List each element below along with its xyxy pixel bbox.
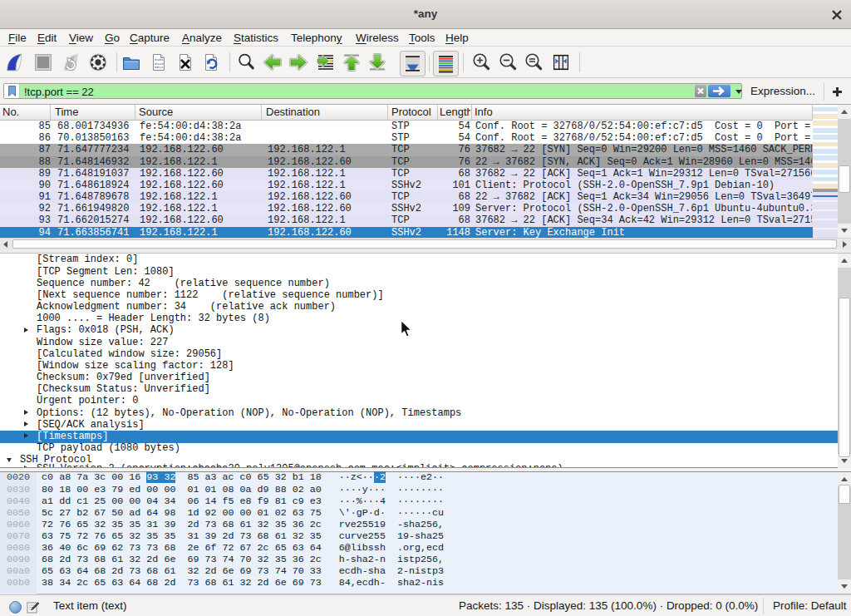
svg-text:0011: 0011 (155, 65, 164, 69)
